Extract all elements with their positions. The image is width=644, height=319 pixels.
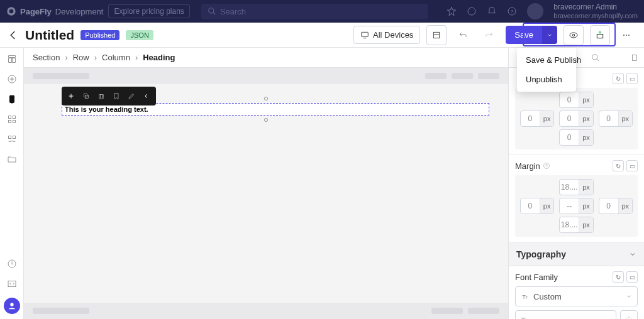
device-desktop-icon[interactable]: ▭ xyxy=(626,271,638,283)
layout-icon-button[interactable] xyxy=(426,25,447,45)
app-bar: Untitled Published JSON All Devices Save xyxy=(0,23,644,48)
gear-icon xyxy=(625,316,633,319)
padding-bottom-input[interactable] xyxy=(560,130,579,145)
margin-top-input[interactable] xyxy=(560,180,579,195)
resize-handle-bottom[interactable] xyxy=(264,118,268,122)
info-icon[interactable]: ? xyxy=(543,162,550,170)
font-type-select[interactable]: TT Custom xyxy=(515,286,638,306)
duplicate-icon[interactable] xyxy=(79,89,93,103)
svg-text:T: T xyxy=(526,296,528,300)
avatar[interactable] xyxy=(527,3,543,19)
canvas-footer-skeleton xyxy=(24,303,508,319)
templates-icon[interactable] xyxy=(6,53,18,65)
more-button[interactable] xyxy=(616,25,636,45)
font-family-label: Font Family xyxy=(515,273,558,282)
user-info[interactable]: bravecorner Admin bravecorner.myshopify.… xyxy=(553,3,638,20)
svg-rect-27 xyxy=(13,120,15,122)
back-icon[interactable] xyxy=(8,30,19,41)
panel-search-icon[interactable] xyxy=(591,53,600,62)
export-button[interactable] xyxy=(590,25,610,45)
save-publish-item[interactable]: Save & Publish xyxy=(517,50,576,70)
save-element-icon[interactable] xyxy=(109,89,123,103)
redo-button[interactable] xyxy=(479,25,499,45)
history-icon[interactable] xyxy=(6,257,18,270)
margin-left-input[interactable] xyxy=(521,198,540,214)
explore-pricing-button[interactable]: Explore pricing plans xyxy=(108,4,189,18)
reset-icon[interactable]: ↻ xyxy=(613,73,624,84)
export-icon xyxy=(595,30,605,40)
bc-heading[interactable]: Heading xyxy=(143,53,175,62)
chevron-down-icon xyxy=(629,251,636,258)
folder-icon[interactable] xyxy=(6,153,18,166)
save-dropdown-button[interactable] xyxy=(542,26,557,44)
chat-icon[interactable] xyxy=(467,6,477,16)
search-placeholder: Search xyxy=(220,7,246,16)
svg-rect-18 xyxy=(8,56,15,58)
bell-icon[interactable] xyxy=(487,6,497,16)
delete-icon[interactable] xyxy=(94,89,108,103)
brand: PageFly Development xyxy=(6,6,103,16)
undo-button[interactable] xyxy=(453,25,473,45)
svg-rect-28 xyxy=(8,136,11,139)
user-shop: bravecorner.myshopify.com xyxy=(553,12,638,20)
svg-rect-25 xyxy=(13,116,15,119)
preview-button[interactable] xyxy=(564,25,584,45)
heading-text[interactable]: This is your heading text. xyxy=(65,105,148,113)
help-icon[interactable]: ? xyxy=(507,6,517,16)
padding-center-input[interactable] xyxy=(560,111,579,126)
all-devices-button[interactable]: All Devices xyxy=(353,26,420,44)
margin-center-input[interactable] xyxy=(560,198,579,214)
support-avatar[interactable] xyxy=(4,298,20,314)
margin-bottom-input[interactable] xyxy=(560,217,579,232)
margin-grid: px px px px px xyxy=(515,175,638,237)
font-settings-button[interactable] xyxy=(620,310,638,319)
unpublish-item[interactable]: Unpublish xyxy=(517,70,576,89)
add-icon[interactable] xyxy=(64,89,78,103)
bc-section[interactable]: Section xyxy=(33,53,60,62)
star-icon[interactable] xyxy=(447,6,457,16)
padding-right-input[interactable] xyxy=(599,111,618,126)
save-dropdown-menu: Save & Publish Unpublish xyxy=(517,48,576,92)
json-badge: JSON xyxy=(126,30,153,40)
padding-left-input[interactable] xyxy=(521,111,540,126)
top-bar: PageFly Development Explore pricing plan… xyxy=(0,0,644,23)
shopify-icon[interactable] xyxy=(6,93,18,105)
undo-icon xyxy=(458,30,468,40)
edit-icon[interactable] xyxy=(125,89,138,103)
chevron-down-icon xyxy=(547,32,553,38)
text-icon: TT xyxy=(521,292,530,301)
page-title: Untitled xyxy=(25,28,74,43)
reset-icon[interactable]: ↻ xyxy=(613,160,624,171)
bc-row[interactable]: Row xyxy=(73,53,89,62)
svg-point-17 xyxy=(628,35,630,36)
svg-point-16 xyxy=(626,35,627,36)
svg-rect-36 xyxy=(86,95,89,99)
canvas[interactable]: This is your heading text. xyxy=(24,68,508,319)
add-element-icon[interactable] xyxy=(6,73,18,85)
svg-rect-20 xyxy=(12,58,15,63)
device-desktop-icon[interactable]: ▭ xyxy=(626,73,638,84)
margin-right-input[interactable] xyxy=(599,198,618,214)
published-badge: Published xyxy=(80,30,119,40)
integration-icon[interactable] xyxy=(6,133,18,146)
resize-handle-top[interactable] xyxy=(264,97,268,100)
svg-line-3 xyxy=(213,13,216,15)
svg-marker-4 xyxy=(448,7,456,15)
font-name-select[interactable]: Times xyxy=(515,310,616,319)
reset-icon[interactable]: ↻ xyxy=(613,271,624,283)
save-button[interactable]: Save xyxy=(506,26,542,44)
device-desktop-icon[interactable]: ▭ xyxy=(626,160,638,171)
chevron-right-icon: › xyxy=(135,53,138,62)
bc-column[interactable]: Column xyxy=(102,53,130,62)
svg-point-12 xyxy=(570,33,577,38)
code-icon[interactable] xyxy=(6,278,18,290)
svg-rect-14 xyxy=(597,34,602,38)
grid-icon[interactable] xyxy=(6,113,18,126)
padding-top-input[interactable] xyxy=(560,92,579,107)
svg-text:?: ? xyxy=(511,9,514,14)
typography-accordion[interactable]: Typography xyxy=(509,242,644,266)
collapse-icon[interactable] xyxy=(140,89,153,103)
search-input[interactable]: Search xyxy=(201,4,428,19)
panel-copy-icon[interactable] xyxy=(630,53,639,62)
svg-point-37 xyxy=(592,54,597,59)
